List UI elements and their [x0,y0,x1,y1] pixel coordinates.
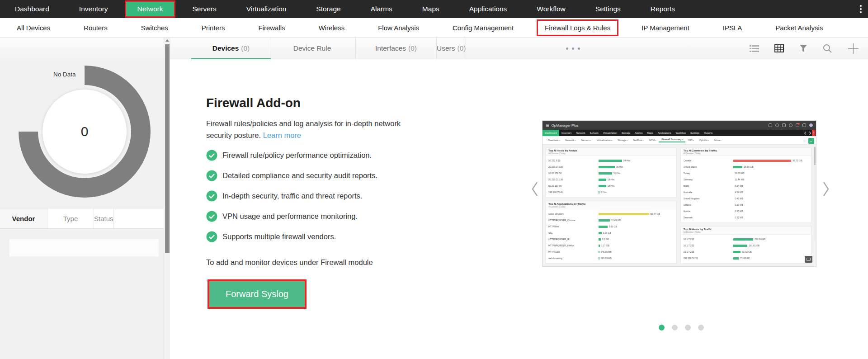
preview-bar-row: Austria 0.33 MB [684,208,809,214]
preview-notification-icon [796,123,799,127]
preview-bar [733,160,791,162]
preview-subnav-item: Firewall Summary [659,138,685,142]
carousel-dot[interactable] [685,325,691,331]
preview-subnav: Overview Network Servers Virtualization … [542,136,816,145]
primary-nav-item[interactable]: Settings [580,0,636,18]
preview-bar-row: 10.1.7.212 260.24 GB [684,236,809,242]
sidebar-scrollbar[interactable] [164,38,170,359]
preview-bar-row: HTTPWeb 9.93 GB [548,223,674,230]
subnav-item[interactable]: Firewall Logs & Rules [537,19,618,36]
preview-panel-subtitle: All Devices | Today [548,206,674,208]
preview-bar [599,179,606,181]
preview-feedback-icon [805,256,812,263]
check-icon [206,190,217,202]
grid-view-icon[interactable] [774,44,784,52]
primary-nav-item[interactable]: Applications [454,0,522,18]
tabs: Devices (0) Device Rule Interfaces (0) U… [191,38,466,59]
preview-bar-row: 10.1.7.233 181.61 GB [684,242,809,249]
preview-bar [599,166,615,168]
carousel-dot[interactable] [659,325,665,331]
learn-more-link[interactable]: Learn more [263,131,301,139]
subnav-item[interactable]: Wireless [302,24,362,32]
subnav-item[interactable]: Printers [185,24,242,32]
preview-subnav-item: NCM [646,139,659,142]
list-view-icon[interactable] [750,45,759,52]
primary-nav-item[interactable]: Storage [301,0,355,18]
subnav-item[interactable]: Config Management [436,24,530,32]
tab[interactable]: Devices (0) [191,38,271,59]
preview-panel-title: Top N Hosts by Traffic [684,228,809,231]
preview-subnav-item: Virtualization [594,139,615,142]
forward-syslog-button[interactable]: Forward Syslog [208,279,307,309]
preview-subnav-item: NetFlow [630,139,646,142]
carousel-next-icon[interactable] [822,181,830,199]
primary-nav-item[interactable]: Alarms [356,0,407,18]
preview-bar-row: Australia 4.54 MB [684,189,809,195]
preview-bar-row: active-directory 56.47 GB [548,211,674,217]
preview-subnav-item: Network [562,139,578,142]
primary-nav-item[interactable]: Virtualization [231,0,301,18]
preview-bar-row: HTTPBROWSER_Firefox 1.17 GB [548,242,674,249]
subnav-item[interactable]: Firewalls [241,24,302,32]
primary-nav-item[interactable]: Network [125,0,176,18]
search-icon[interactable] [823,44,832,53]
subnav-item[interactable]: Flow Analysis [361,24,436,32]
preview-bar [599,172,612,175]
preview-widget-panel: Top N Applications by Traffic All Device… [545,201,677,264]
preview-menu: Dashboard Inventory Network Servers Virt… [542,130,816,136]
preview-bar-row: HTTPBROWSER_Chrome 12.49 GB [548,217,674,223]
primary-nav-item[interactable]: Maps [407,0,454,18]
primary-nav-item[interactable]: Servers [177,0,231,18]
check-icon [206,150,217,161]
scrollbar-thumb[interactable] [165,44,170,253]
subnav-item[interactable]: IPSLA [706,24,759,32]
scroll-up-arrow-icon[interactable] [165,39,169,42]
preview-bar-row: web-browsing 693.69 MB [548,255,674,261]
preview-bar-row: Brazil 6.94 MB [684,183,809,189]
primary-nav-item[interactable]: Inventory [64,0,123,18]
add-icon[interactable] [848,43,859,54]
more-tabs-ellipsis-icon[interactable] [564,38,582,59]
subnav-item[interactable]: Packet Analysis [759,24,840,32]
subnav-item[interactable]: IP Management [625,24,706,32]
preview-menu-arrows [805,130,816,136]
preview-subnav-item: DPI [685,139,696,142]
preview-subnav-item: Overview [545,139,562,142]
preview-widget-panel: Top N Hosts by Traffic All Devices | Tod… [680,226,812,264]
kebab-menu-icon[interactable] [854,0,868,18]
subnav-item[interactable]: All Devices [0,24,67,32]
sidebar-tab[interactable]: Vendor [0,208,47,228]
filter-icon[interactable] [799,44,807,52]
preview-icon [789,123,793,127]
carousel-prev-icon[interactable] [531,181,539,199]
preview-alert-strip [812,130,816,136]
preview-menu-item: Settings [688,130,702,136]
carousel-dot[interactable] [672,325,678,331]
preview-panel-subtitle: All Devices | Today [684,152,809,155]
preview-bar [599,257,599,260]
primary-nav-item[interactable]: Workflow [522,0,580,18]
preview-dashboard-body: Top N Hosts by Attack All Devices | Toda… [542,145,816,267]
carousel-dot[interactable] [698,325,704,331]
preview-menu-item: Servers [588,130,601,136]
preview-bar-row: 50.220.21.136 18 Hits [548,176,674,183]
preview-bar [599,232,602,234]
sidebar-tab[interactable]: Status [94,208,114,228]
tab[interactable]: Interfaces (0) [356,38,437,59]
subnav-item[interactable]: Switches [124,24,185,32]
tab[interactable]: Users (0) [437,38,466,59]
subnav-item[interactable]: Routers [67,24,124,32]
check-icon [206,170,217,181]
preview-bar [599,226,608,228]
sidebar-filter-box[interactable] [9,239,159,257]
preview-panel-title: Top N Hosts by Attack [548,149,674,152]
preview-column: Top N Hosts by Attack All Devices | Toda… [545,147,677,265]
primary-nav-item[interactable]: Dashboard [0,0,64,18]
primary-nav-item[interactable]: Reports [636,0,690,18]
preview-bar [599,238,601,241]
preview-subnav-item: Servers [578,139,594,142]
firewall-addon-panel: Firewall Add-on Firewall rules/policies … [170,59,868,359]
tab[interactable]: Device Rule [271,38,356,59]
preview-subnav-item: OpUtils [697,139,712,142]
sidebar-tab[interactable]: Type [47,208,94,228]
